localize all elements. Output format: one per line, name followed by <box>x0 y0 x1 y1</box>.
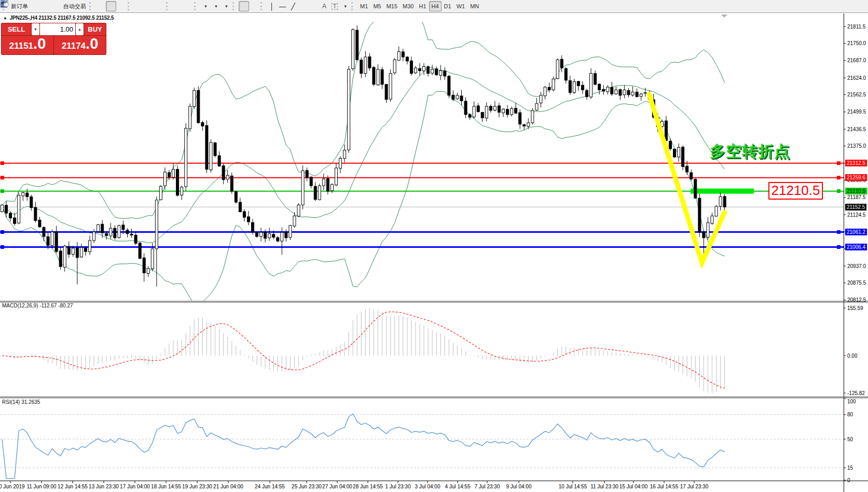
price-badge-21152.5: 21152.5 <box>845 204 866 210</box>
timeframe-button-w1[interactable]: W1 <box>454 1 468 11</box>
toolbar-grip[interactable] <box>194 2 198 10</box>
line-handle[interactable] <box>1 230 4 234</box>
fibonacci-button[interactable]: F <box>309 1 319 11</box>
text-label-button[interactable]: T <box>329 1 340 11</box>
indicators-button[interactable]: ▼ <box>200 1 211 11</box>
templates-button[interactable]: ▼ <box>221 1 231 11</box>
timeframe-button-m15[interactable]: M15 <box>384 1 400 11</box>
candle-body <box>72 248 74 255</box>
line-handle[interactable] <box>837 245 841 249</box>
auto-scroll-button[interactable] <box>172 1 183 11</box>
auto-trading-button[interactable]: 自动交易 <box>61 1 88 11</box>
candle-body <box>176 170 179 195</box>
volume-down-button[interactable]: ▼ <box>32 23 39 35</box>
axis-tick-label: 9 Jul 04:00 <box>506 484 532 489</box>
line-handle[interactable] <box>837 161 841 165</box>
line-handle[interactable] <box>837 230 841 234</box>
candlestick-chart-button[interactable] <box>106 1 116 11</box>
chart-canvas[interactable]: 21811.521750.021687.021624.021562.521499… <box>0 13 868 492</box>
new-order-button[interactable]: 新订单 <box>9 1 30 11</box>
timeframe-button-d1[interactable]: D1 <box>442 1 454 11</box>
candle-body <box>410 61 412 73</box>
chart-shift-button[interactable] <box>183 1 193 11</box>
line-handle[interactable] <box>1 245 4 249</box>
buy-price[interactable]: 21174.0 <box>54 36 106 54</box>
candle-body <box>43 228 45 236</box>
sell-price[interactable]: 21151.0 <box>2 36 53 54</box>
annotation-text[interactable]: 多空转折点 <box>710 141 790 162</box>
volume-input[interactable] <box>40 23 75 35</box>
axis-tick-label: 1 Jul 23:30 <box>385 484 411 489</box>
sell-button[interactable]: SELL <box>2 23 31 35</box>
timeframe-button-m1[interactable]: M1 <box>357 1 370 11</box>
drawn-annotations[interactable] <box>649 15 727 263</box>
candle-body <box>368 57 371 68</box>
axis-tick-label: 27 Jun 04:00 <box>322 484 352 489</box>
periods-button[interactable]: ▼ <box>211 1 221 11</box>
bar-chart-button[interactable] <box>95 1 106 11</box>
toolbar-grip[interactable] <box>260 2 265 10</box>
vertical-line-button[interactable]: │ <box>267 1 277 11</box>
green-trend-rectangle[interactable] <box>691 189 754 194</box>
line-handle[interactable] <box>837 189 841 193</box>
toolbar-grip[interactable] <box>89 2 93 10</box>
timeframe-button-m5[interactable]: M5 <box>370 1 383 11</box>
candle-body <box>686 166 688 172</box>
axis-tick-label: 18 Jun 14:55 <box>151 484 181 489</box>
chart-window[interactable]: 21811.521750.021687.021624.021562.521499… <box>0 13 868 492</box>
mql5-community-button[interactable] <box>40 1 51 11</box>
crayon-button[interactable] <box>30 1 40 11</box>
candle-body <box>222 166 225 180</box>
volume-up-button[interactable]: ▲ <box>76 23 84 35</box>
timeframe-button-mn[interactable]: MN <box>467 1 481 11</box>
chat-button[interactable] <box>856 1 866 11</box>
timeframe-toolbar: M1M5M15M30H1H4D1W1MN <box>357 1 481 11</box>
symbol-title-text: JPN225-,H4 21132.5 21167.5 21092.5 21152… <box>10 15 114 21</box>
horizontal-lines[interactable] <box>0 161 844 249</box>
candle-body <box>281 232 283 241</box>
candle-body <box>469 115 471 117</box>
axis-tick-label: 20937.0 <box>847 263 866 269</box>
sell-price-main: 21151 <box>9 41 33 51</box>
zoom-in-button[interactable] <box>134 1 144 11</box>
timeframe-button-h1[interactable]: H1 <box>416 1 429 11</box>
trendline-button[interactable]: ╱ <box>288 1 298 11</box>
search-button[interactable] <box>846 1 856 11</box>
signals-button[interactable] <box>51 1 61 11</box>
chart-shift-marker-icon[interactable] <box>721 15 727 18</box>
candle-body <box>611 88 613 94</box>
toolbar-grip[interactable] <box>232 2 237 10</box>
line-handle[interactable] <box>837 176 841 179</box>
text-tool-button[interactable]: A <box>319 1 329 11</box>
buy-button[interactable]: BUY <box>84 23 106 35</box>
price-callout-box[interactable]: 21210.5 <box>768 182 823 200</box>
line-chart-button[interactable] <box>116 1 127 11</box>
axis-tick-label: 21811.5 <box>847 24 866 30</box>
horizontal-line-button[interactable]: — <box>277 1 288 11</box>
toolbar-grip[interactable] <box>128 2 132 10</box>
cursor-button[interactable] <box>239 1 249 11</box>
candle-body <box>326 179 329 191</box>
axis-tick-label: 17 Jul 23:30 <box>680 484 709 489</box>
dropdown-caret: ▼ <box>204 4 208 9</box>
candle-body <box>644 93 646 94</box>
candle-body <box>277 237 279 241</box>
candle-body <box>126 230 129 234</box>
line-handle[interactable] <box>1 176 4 179</box>
arrows-tool-button[interactable]: ▼ <box>340 1 350 11</box>
line-handle[interactable] <box>1 161 4 165</box>
crosshair-button[interactable] <box>249 1 259 11</box>
channel-button[interactable]: E <box>298 1 309 11</box>
timeframe-button-m30[interactable]: M30 <box>400 1 416 11</box>
axes[interactable]: 21811.521750.021687.021624.021562.521499… <box>0 13 868 492</box>
toolbar-grip[interactable] <box>166 2 170 10</box>
zoom-out-button[interactable] <box>144 1 155 11</box>
toolbar-grip[interactable] <box>351 2 355 10</box>
candle-body <box>343 150 346 159</box>
tile-windows-button[interactable] <box>155 1 165 11</box>
axis-tick-label: 24 Jun 14:55 <box>255 484 285 489</box>
line-handle[interactable] <box>1 189 4 193</box>
collapse-arrow-icon[interactable]: ▲ <box>3 16 7 20</box>
timeframe-button-h4[interactable]: H4 <box>429 1 442 11</box>
candle-body <box>535 104 538 110</box>
